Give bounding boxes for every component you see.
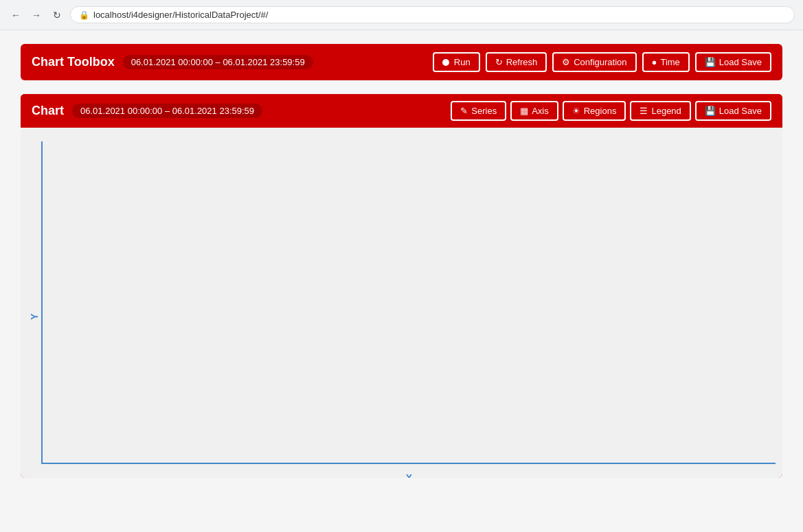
series-button[interactable]: ✎ Series (451, 101, 506, 121)
browser-chrome: ← → ↻ 🔒 localhost/i4designer/HistoricalD… (0, 0, 803, 30)
reload-button[interactable]: ↻ (49, 8, 65, 23)
regions-button[interactable]: ☀ Regions (563, 101, 626, 121)
axis-icon: ▦ (520, 106, 528, 116)
chart-title: Chart (32, 104, 64, 118)
chart-area: Y X (27, 141, 776, 464)
legend-button[interactable]: ☰ Legend (630, 101, 690, 121)
chart-plot-area: X (41, 141, 776, 464)
clock-icon: ● (652, 57, 657, 67)
chart-header: Chart 06.01.2021 00:00:00 – 06.01.2021 2… (21, 94, 782, 128)
toolbox-title: Chart Toolbox (32, 55, 115, 69)
gear-icon: ⚙ (562, 57, 570, 67)
chart-actions: ✎ Series ▦ Axis ☀ Regions ☰ Legend 💾 (451, 101, 771, 121)
page-content: Chart Toolbox 06.01.2021 00:00:00 – 06.0… (0, 30, 803, 532)
refresh-icon: ↻ (495, 57, 503, 67)
toolbox-load-save-button[interactable]: 💾 Load Save (695, 52, 771, 72)
run-button[interactable]: Run (433, 52, 480, 72)
regions-icon: ☀ (572, 106, 580, 116)
y-axis-label: Y (27, 141, 41, 464)
toolbox-panel: Chart Toolbox 06.01.2021 00:00:00 – 06.0… (21, 44, 782, 80)
address-bar[interactable]: 🔒 localhost/i4designer/HistoricalDataPro… (70, 6, 795, 23)
chart-body: Y X (21, 128, 782, 478)
legend-icon: ☰ (640, 106, 648, 116)
chart-datetime-badge: 06.01.2021 00:00:00 – 06.01.2021 23:59:5… (72, 104, 262, 118)
chart-panel: Chart 06.01.2021 00:00:00 – 06.01.2021 2… (21, 94, 782, 478)
chart-save-icon: 💾 (705, 106, 716, 116)
x-axis-label: X (406, 472, 412, 478)
toolbox-datetime-badge: 06.01.2021 00:00:00 – 06.01.2021 23:59:5… (123, 55, 313, 69)
url-text: localhost/i4designer/HistoricalDataProje… (93, 10, 268, 20)
axis-button[interactable]: ▦ Axis (510, 101, 558, 121)
refresh-button[interactable]: ↻ Refresh (486, 52, 547, 72)
configuration-button[interactable]: ⚙ Configuration (552, 52, 636, 72)
run-icon (442, 59, 449, 66)
time-button[interactable]: ● Time (642, 52, 690, 72)
chart-load-save-button[interactable]: 💾 Load Save (695, 101, 771, 121)
forward-button[interactable]: → (29, 8, 44, 23)
toolbox-actions: Run ↻ Refresh ⚙ Configuration ● Time 💾 L… (433, 52, 771, 72)
back-button[interactable]: ← (8, 8, 23, 23)
save-icon: 💾 (705, 57, 716, 67)
toolbox-header: Chart Toolbox 06.01.2021 00:00:00 – 06.0… (21, 44, 782, 80)
series-icon: ✎ (460, 106, 468, 116)
lock-icon: 🔒 (79, 10, 89, 20)
